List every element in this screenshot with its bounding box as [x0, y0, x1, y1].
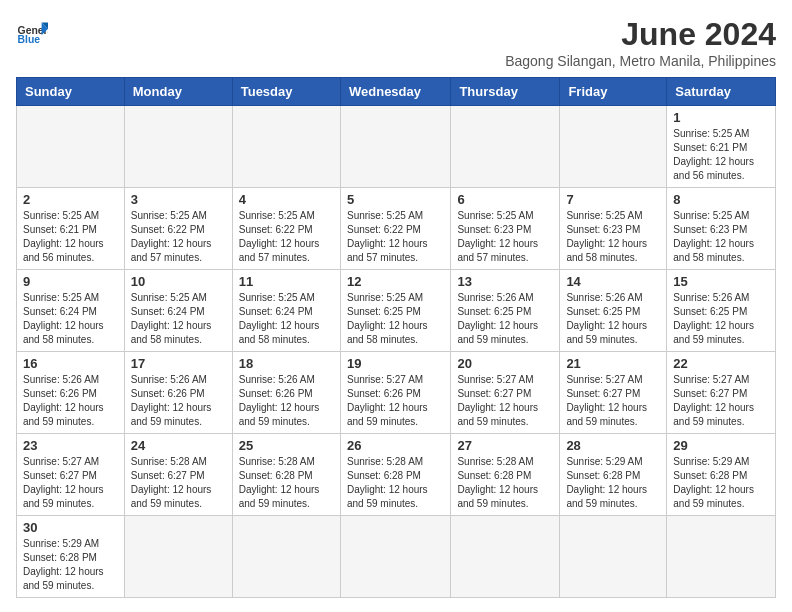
day-info: Sunrise: 5:27 AM Sunset: 6:27 PM Dayligh…: [457, 373, 553, 429]
svg-text:Blue: Blue: [18, 34, 41, 45]
calendar-day-cell: [451, 516, 560, 598]
weekday-header-saturday: Saturday: [667, 78, 776, 106]
day-info: Sunrise: 5:29 AM Sunset: 6:28 PM Dayligh…: [23, 537, 118, 593]
month-year-title: June 2024: [505, 16, 776, 53]
day-number: 2: [23, 192, 118, 207]
day-info: Sunrise: 5:25 AM Sunset: 6:23 PM Dayligh…: [457, 209, 553, 265]
calendar-week-row: 16Sunrise: 5:26 AM Sunset: 6:26 PM Dayli…: [17, 352, 776, 434]
day-number: 4: [239, 192, 334, 207]
location-subtitle: Bagong Silangan, Metro Manila, Philippin…: [505, 53, 776, 69]
day-number: 15: [673, 274, 769, 289]
calendar-day-cell: [560, 516, 667, 598]
calendar-day-cell: 24Sunrise: 5:28 AM Sunset: 6:27 PM Dayli…: [124, 434, 232, 516]
weekday-header-wednesday: Wednesday: [340, 78, 450, 106]
calendar-day-cell: 14Sunrise: 5:26 AM Sunset: 6:25 PM Dayli…: [560, 270, 667, 352]
calendar-day-cell: 16Sunrise: 5:26 AM Sunset: 6:26 PM Dayli…: [17, 352, 125, 434]
calendar-day-cell: 7Sunrise: 5:25 AM Sunset: 6:23 PM Daylig…: [560, 188, 667, 270]
day-info: Sunrise: 5:26 AM Sunset: 6:25 PM Dayligh…: [673, 291, 769, 347]
day-info: Sunrise: 5:25 AM Sunset: 6:24 PM Dayligh…: [23, 291, 118, 347]
calendar-day-cell: [124, 516, 232, 598]
day-number: 5: [347, 192, 444, 207]
calendar-day-cell: 30Sunrise: 5:29 AM Sunset: 6:28 PM Dayli…: [17, 516, 125, 598]
calendar-day-cell: 26Sunrise: 5:28 AM Sunset: 6:28 PM Dayli…: [340, 434, 450, 516]
day-number: 12: [347, 274, 444, 289]
calendar-day-cell: 5Sunrise: 5:25 AM Sunset: 6:22 PM Daylig…: [340, 188, 450, 270]
calendar-day-cell: 1Sunrise: 5:25 AM Sunset: 6:21 PM Daylig…: [667, 106, 776, 188]
calendar-week-row: 2Sunrise: 5:25 AM Sunset: 6:21 PM Daylig…: [17, 188, 776, 270]
calendar-table: SundayMondayTuesdayWednesdayThursdayFrid…: [16, 77, 776, 598]
calendar-day-cell: 21Sunrise: 5:27 AM Sunset: 6:27 PM Dayli…: [560, 352, 667, 434]
day-info: Sunrise: 5:29 AM Sunset: 6:28 PM Dayligh…: [673, 455, 769, 511]
day-number: 24: [131, 438, 226, 453]
calendar-day-cell: 27Sunrise: 5:28 AM Sunset: 6:28 PM Dayli…: [451, 434, 560, 516]
day-number: 14: [566, 274, 660, 289]
calendar-day-cell: 29Sunrise: 5:29 AM Sunset: 6:28 PM Dayli…: [667, 434, 776, 516]
calendar-day-cell: [560, 106, 667, 188]
calendar-day-cell: 9Sunrise: 5:25 AM Sunset: 6:24 PM Daylig…: [17, 270, 125, 352]
calendar-day-cell: 6Sunrise: 5:25 AM Sunset: 6:23 PM Daylig…: [451, 188, 560, 270]
page-header: General Blue June 2024 Bagong Silangan, …: [16, 16, 776, 69]
day-info: Sunrise: 5:27 AM Sunset: 6:26 PM Dayligh…: [347, 373, 444, 429]
day-info: Sunrise: 5:25 AM Sunset: 6:21 PM Dayligh…: [673, 127, 769, 183]
day-info: Sunrise: 5:26 AM Sunset: 6:26 PM Dayligh…: [131, 373, 226, 429]
day-number: 10: [131, 274, 226, 289]
day-number: 23: [23, 438, 118, 453]
calendar-day-cell: 4Sunrise: 5:25 AM Sunset: 6:22 PM Daylig…: [232, 188, 340, 270]
day-info: Sunrise: 5:26 AM Sunset: 6:25 PM Dayligh…: [566, 291, 660, 347]
calendar-day-cell: 3Sunrise: 5:25 AM Sunset: 6:22 PM Daylig…: [124, 188, 232, 270]
day-number: 16: [23, 356, 118, 371]
calendar-week-row: 1Sunrise: 5:25 AM Sunset: 6:21 PM Daylig…: [17, 106, 776, 188]
day-info: Sunrise: 5:25 AM Sunset: 6:24 PM Dayligh…: [239, 291, 334, 347]
calendar-day-cell: 10Sunrise: 5:25 AM Sunset: 6:24 PM Dayli…: [124, 270, 232, 352]
day-number: 19: [347, 356, 444, 371]
calendar-day-cell: [451, 106, 560, 188]
day-number: 11: [239, 274, 334, 289]
day-number: 6: [457, 192, 553, 207]
calendar-day-cell: [340, 106, 450, 188]
day-number: 20: [457, 356, 553, 371]
calendar-day-cell: 25Sunrise: 5:28 AM Sunset: 6:28 PM Dayli…: [232, 434, 340, 516]
calendar-day-cell: 15Sunrise: 5:26 AM Sunset: 6:25 PM Dayli…: [667, 270, 776, 352]
day-info: Sunrise: 5:25 AM Sunset: 6:23 PM Dayligh…: [673, 209, 769, 265]
logo-icon: General Blue: [16, 16, 48, 48]
day-info: Sunrise: 5:27 AM Sunset: 6:27 PM Dayligh…: [673, 373, 769, 429]
calendar-day-cell: 11Sunrise: 5:25 AM Sunset: 6:24 PM Dayli…: [232, 270, 340, 352]
day-number: 9: [23, 274, 118, 289]
day-info: Sunrise: 5:28 AM Sunset: 6:28 PM Dayligh…: [347, 455, 444, 511]
calendar-day-cell: [17, 106, 125, 188]
day-number: 3: [131, 192, 226, 207]
weekday-header-monday: Monday: [124, 78, 232, 106]
calendar-week-row: 30Sunrise: 5:29 AM Sunset: 6:28 PM Dayli…: [17, 516, 776, 598]
day-number: 27: [457, 438, 553, 453]
calendar-day-cell: [124, 106, 232, 188]
day-number: 28: [566, 438, 660, 453]
weekday-header-tuesday: Tuesday: [232, 78, 340, 106]
calendar-week-row: 23Sunrise: 5:27 AM Sunset: 6:27 PM Dayli…: [17, 434, 776, 516]
day-info: Sunrise: 5:25 AM Sunset: 6:22 PM Dayligh…: [347, 209, 444, 265]
day-info: Sunrise: 5:28 AM Sunset: 6:28 PM Dayligh…: [457, 455, 553, 511]
day-number: 29: [673, 438, 769, 453]
day-info: Sunrise: 5:29 AM Sunset: 6:28 PM Dayligh…: [566, 455, 660, 511]
weekday-header-row: SundayMondayTuesdayWednesdayThursdayFrid…: [17, 78, 776, 106]
calendar-day-cell: [232, 516, 340, 598]
day-info: Sunrise: 5:25 AM Sunset: 6:23 PM Dayligh…: [566, 209, 660, 265]
day-info: Sunrise: 5:26 AM Sunset: 6:25 PM Dayligh…: [457, 291, 553, 347]
day-number: 7: [566, 192, 660, 207]
day-info: Sunrise: 5:26 AM Sunset: 6:26 PM Dayligh…: [239, 373, 334, 429]
day-number: 22: [673, 356, 769, 371]
day-info: Sunrise: 5:28 AM Sunset: 6:28 PM Dayligh…: [239, 455, 334, 511]
calendar-day-cell: 18Sunrise: 5:26 AM Sunset: 6:26 PM Dayli…: [232, 352, 340, 434]
calendar-day-cell: 13Sunrise: 5:26 AM Sunset: 6:25 PM Dayli…: [451, 270, 560, 352]
weekday-header-thursday: Thursday: [451, 78, 560, 106]
day-info: Sunrise: 5:28 AM Sunset: 6:27 PM Dayligh…: [131, 455, 226, 511]
calendar-day-cell: 28Sunrise: 5:29 AM Sunset: 6:28 PM Dayli…: [560, 434, 667, 516]
weekday-header-sunday: Sunday: [17, 78, 125, 106]
day-info: Sunrise: 5:25 AM Sunset: 6:25 PM Dayligh…: [347, 291, 444, 347]
calendar-day-cell: 12Sunrise: 5:25 AM Sunset: 6:25 PM Dayli…: [340, 270, 450, 352]
day-info: Sunrise: 5:25 AM Sunset: 6:24 PM Dayligh…: [131, 291, 226, 347]
calendar-day-cell: [667, 516, 776, 598]
day-info: Sunrise: 5:25 AM Sunset: 6:22 PM Dayligh…: [239, 209, 334, 265]
logo: General Blue: [16, 16, 48, 48]
calendar-day-cell: 23Sunrise: 5:27 AM Sunset: 6:27 PM Dayli…: [17, 434, 125, 516]
day-info: Sunrise: 5:27 AM Sunset: 6:27 PM Dayligh…: [566, 373, 660, 429]
